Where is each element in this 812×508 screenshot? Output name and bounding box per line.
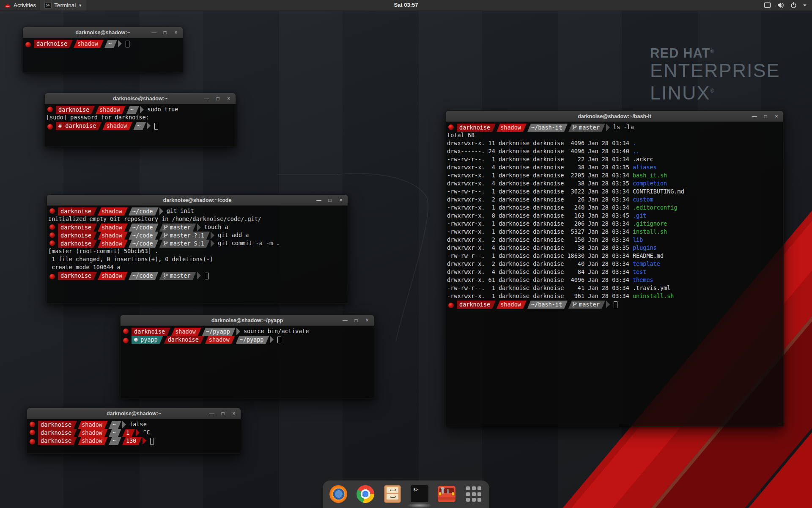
prompt-segment-user: darknoise	[38, 437, 77, 445]
file-name: ..	[633, 148, 639, 155]
terminal-content[interactable]: darknoiseshadow~/bash-itmaster ls -latot…	[446, 122, 783, 426]
prompt-arrow	[159, 207, 163, 215]
prompt-arrow	[606, 301, 610, 308]
desktop: RED HAT® ENTERPRISE LINUX® Activities $>…	[0, 0, 812, 508]
prompt-segment-path: ~/code	[129, 240, 159, 248]
prompt-redhat-icon	[448, 303, 454, 308]
terminal-line: [sudo] password for darknoise:	[46, 114, 235, 122]
window-minimize-button[interactable]: —	[208, 410, 215, 417]
prompt-arrow	[136, 429, 140, 436]
caret-down-icon	[803, 4, 807, 7]
terminal-icon[interactable]: $>	[411, 485, 428, 503]
terminal-line: 1 file changed, 0 insertions(+), 0 delet…	[48, 256, 347, 264]
window-maximize-button[interactable]: □	[353, 317, 359, 324]
git-branch-icon	[163, 225, 168, 230]
window-maximize-button[interactable]: □	[214, 95, 221, 102]
terminal-content[interactable]: darknoiseshadow~	[23, 38, 183, 72]
toolbox-icon[interactable]	[438, 485, 455, 503]
git-branch-icon	[572, 302, 577, 307]
terminal-content[interactable]: darknoiseshadow~/pyapp source bin/activa…	[121, 326, 374, 398]
prompt-segment-user: darknoise	[58, 232, 97, 240]
window-maximize-button[interactable]: □	[326, 197, 333, 204]
top-bar: Activities $> Terminal ▼ Sat 03:57	[0, 0, 812, 11]
window-maximize-button[interactable]: □	[762, 113, 769, 120]
window-close-button[interactable]: ×	[230, 410, 237, 417]
terminal-line: darknoiseshadow~/codemaster	[48, 272, 347, 280]
typed-command: git add a	[214, 232, 249, 238]
git-branch-icon	[163, 233, 168, 238]
window-titlebar[interactable]: darknoise@shadow:~/bash-it — □ ×	[446, 111, 783, 122]
terminal-line: pyappdarknoiseshadow~/pyapp	[122, 336, 373, 344]
window-close-button[interactable]: ×	[173, 29, 179, 36]
file-name: aliases	[633, 164, 657, 171]
window-title: darknoise@shadow:~/pyapp	[121, 315, 374, 326]
activities-button[interactable]: Activities	[0, 0, 40, 11]
typed-command: sudo true	[144, 106, 178, 113]
window-titlebar[interactable]: darknoise@shadow:~ — □ ×	[45, 93, 236, 104]
activities-label: Activities	[14, 2, 36, 8]
terminal-window-sudo[interactable]: darknoise@shadow:~ — □ × darknoiseshadow…	[44, 93, 236, 147]
terminal-line: darknoiseshadow~/code git init	[48, 207, 347, 215]
clock[interactable]: Sat 03:57	[394, 2, 418, 8]
terminal-line: darknoiseshadow~/pyapp source bin/activa…	[122, 328, 373, 336]
terminal-window-pyapp[interactable]: darknoise@shadow:~/pyapp — □ × darknoise…	[120, 315, 374, 398]
prompt-arrow	[606, 124, 610, 131]
terminal-line: -rw-rw-r--. 1 darknoise darknoise 3622 J…	[447, 188, 782, 196]
app-menu-terminal[interactable]: $> Terminal ▼	[40, 0, 86, 11]
redhat-brand-wordmark: RED HAT® ENTERPRISE LINUX®	[650, 44, 780, 103]
typed-command: false	[126, 421, 147, 428]
firefox-icon[interactable]	[329, 485, 347, 503]
prompt-redhat-icon	[30, 439, 35, 444]
prompt-redhat-icon	[30, 430, 35, 435]
app-grid-icon[interactable]	[465, 485, 483, 503]
terminal-line: drwxrwxr-x. 4 darknoise darknoise 38 Jan…	[447, 244, 782, 252]
git-branch-icon	[163, 241, 168, 246]
prompt-segment-path: ~	[109, 429, 121, 437]
prompt-arrow	[211, 240, 214, 247]
window-minimize-button[interactable]: —	[151, 29, 157, 36]
chrome-icon[interactable]	[357, 485, 374, 503]
file-name: custom	[633, 196, 653, 203]
terminal-content[interactable]: darknoiseshadow~ falsedarknoiseshadow~1 …	[27, 419, 241, 453]
prompt-redhat-icon	[123, 338, 129, 343]
terminal-content[interactable]: darknoiseshadow~/code git initInitialize…	[47, 206, 348, 303]
terminal-content[interactable]: darknoiseshadow~ sudo true[sudo] passwor…	[45, 104, 236, 146]
window-titlebar[interactable]: darknoise@shadow:~/pyapp — □ ×	[121, 315, 374, 326]
window-close-button[interactable]: ×	[364, 317, 370, 324]
file-name: CONTRIBUTING.md	[633, 188, 684, 195]
window-maximize-button[interactable]: □	[219, 410, 226, 417]
prompt-segment-path: ~/bash-it	[527, 124, 568, 132]
system-status-area[interactable]	[764, 0, 812, 11]
terminal-line: drwx------. 24 darknoise darknoise 4096 …	[447, 148, 782, 156]
window-maximize-button[interactable]: □	[162, 29, 168, 36]
brand-line-linux: LINUX®	[650, 81, 780, 103]
prompt-arrow	[140, 106, 144, 113]
terminal-cursor	[150, 438, 154, 444]
window-titlebar[interactable]: darknoise@shadow:~ — □ ×	[23, 27, 183, 38]
terminal-window-exit-codes[interactable]: darknoise@shadow:~ — □ × darknoiseshadow…	[27, 408, 241, 454]
window-titlebar[interactable]: darknoise@shadow:~/code — □ ×	[47, 195, 348, 206]
window-minimize-button[interactable]: —	[751, 113, 758, 120]
prompt-segment-branch: master S:1	[159, 240, 210, 248]
terminal-line: darknoiseshadow~/codemaster S:1 git comm…	[48, 240, 347, 248]
terminal-line: -rwxrwxr-x. 1 darknoise darknoise 2205 J…	[447, 172, 782, 180]
terminal-window-code[interactable]: darknoise@shadow:~/code — □ × darknoises…	[47, 194, 348, 304]
terminal-window-home-1[interactable]: darknoise@shadow:~ — □ × darknoiseshadow…	[22, 27, 183, 72]
window-title: darknoise@shadow:~/bash-it	[446, 111, 783, 122]
typed-command: git commit -a -m .	[214, 240, 280, 246]
file-name: lib	[633, 236, 643, 243]
prompt-arrow	[147, 122, 151, 130]
files-icon[interactable]	[384, 485, 401, 503]
window-titlebar[interactable]: darknoise@shadow:~ — □ ×	[27, 408, 241, 419]
window-minimize-button[interactable]: —	[315, 197, 322, 204]
window-minimize-button[interactable]: —	[342, 317, 348, 324]
prompt-redhat-icon	[47, 107, 53, 112]
terminal-window-bash-it[interactable]: darknoise@shadow:~/bash-it — □ × darknoi…	[445, 110, 784, 426]
window-close-button[interactable]: ×	[773, 113, 780, 120]
window-close-button[interactable]: ×	[225, 95, 232, 102]
window-minimize-button[interactable]: —	[203, 95, 210, 102]
window-close-button[interactable]: ×	[337, 197, 344, 204]
terminal-line: darknoiseshadow~1 ^C	[28, 429, 240, 437]
active-app-glow	[407, 503, 432, 508]
window-title: darknoise@shadow:~/code	[47, 195, 348, 206]
